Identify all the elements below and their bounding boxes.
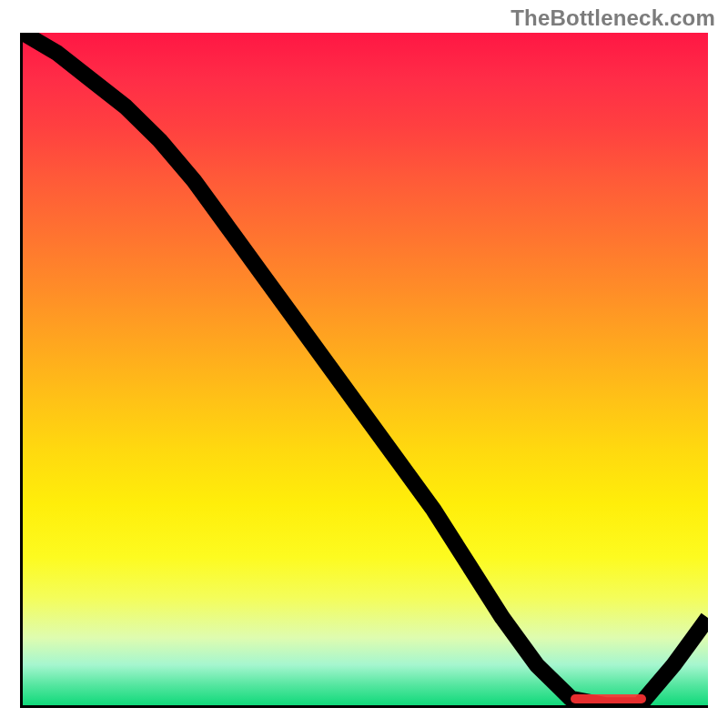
chart-line [23,33,708,705]
chart-plot-area [20,33,708,708]
chart-highlight-band [571,694,646,703]
attribution-text: TheBottleneck.com [511,5,715,31]
chart-line-path [23,33,708,705]
